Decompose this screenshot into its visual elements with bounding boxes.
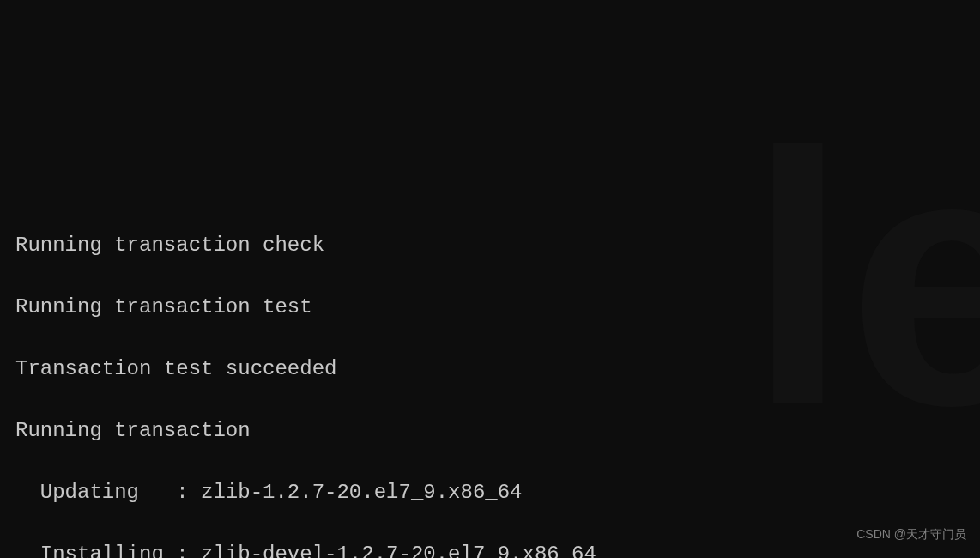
terminal-line: Updating : zlib-1.2.7-20.el7_9.x86_64 xyxy=(15,477,965,508)
terminal-output: Running transaction check Running transa… xyxy=(15,199,965,558)
terminal-line: Transaction test succeeded xyxy=(15,354,965,385)
terminal-line: Running transaction test xyxy=(15,292,965,323)
terminal-line: Running transaction xyxy=(15,415,965,446)
terminal-line: Installing : zlib-devel-1.2.7-20.el7_9.x… xyxy=(15,539,965,558)
terminal-line: Running transaction check xyxy=(15,230,965,261)
